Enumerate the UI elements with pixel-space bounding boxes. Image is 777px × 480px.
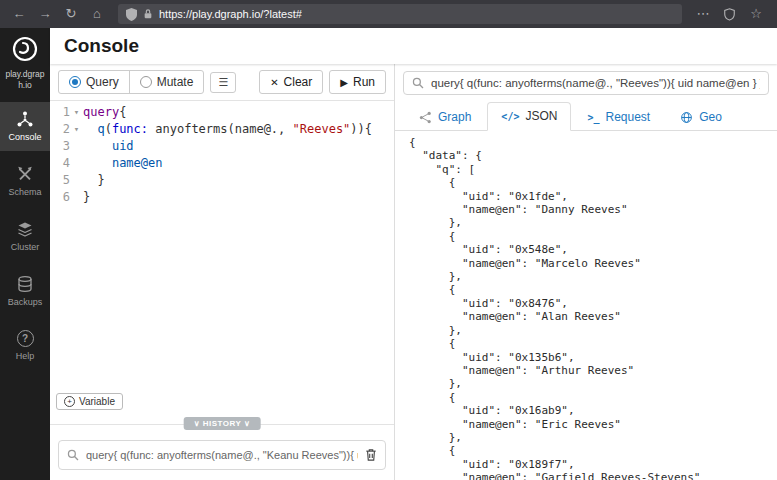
- tracking-shield-icon[interactable]: [126, 8, 137, 21]
- history-toggle[interactable]: ∨ HISTORY ∨: [184, 417, 261, 430]
- close-icon: ✕: [270, 77, 278, 88]
- forward-button[interactable]: →: [34, 4, 56, 24]
- radio-unchecked-icon: [140, 76, 152, 88]
- overflow-menu-button[interactable]: ⋯: [692, 4, 714, 24]
- terminal-icon: >_: [587, 112, 599, 123]
- back-button[interactable]: ←: [8, 4, 30, 24]
- plus-icon: +: [64, 396, 75, 407]
- code-lines: 1▾query{2▾ q(func: anyofterms(name@., "R…: [50, 104, 394, 206]
- search-icon: [67, 449, 79, 461]
- database-icon: [16, 275, 34, 293]
- search-icon: [412, 77, 424, 89]
- url-bar[interactable]: https://play.dgraph.io/?latest#: [118, 4, 682, 24]
- sidebar-item-label: Help: [16, 351, 35, 361]
- tab-request-label: Request: [605, 110, 650, 124]
- logo-hostname: play.dgraph.io: [0, 66, 50, 102]
- home-button[interactable]: ⌂: [86, 4, 108, 24]
- tab-json[interactable]: </> JSON: [487, 102, 571, 131]
- sidebar-item-cluster[interactable]: Cluster: [0, 212, 50, 261]
- fold-gutter: [70, 138, 83, 155]
- layers-icon: [16, 220, 34, 238]
- tab-graph-label: Graph: [438, 110, 471, 124]
- query-toolbar: Query Mutate ☰ ✕ Clear: [50, 64, 394, 101]
- json-result: { "data": { "q": [ { "uid": "0x1fde", "n…: [395, 131, 777, 480]
- console-graph-icon: [16, 110, 34, 128]
- query-panel: Query Mutate ☰ ✕ Clear: [50, 64, 395, 480]
- result-query-bar[interactable]: query{ q(func: anyofterms(name@., "Reeve…: [403, 71, 769, 95]
- code-line: 5 }: [50, 172, 394, 189]
- sidebar-item-help[interactable]: ? Help: [0, 322, 50, 370]
- sidebar-item-schema[interactable]: Schema: [0, 157, 50, 206]
- tab-graph[interactable]: Graph: [405, 103, 485, 131]
- result-tabs: Graph </> JSON >_ Request Geo: [395, 102, 777, 131]
- result-query-text: query{ q(func: anyofterms(name@., "Reeve…: [431, 77, 760, 89]
- url-text: https://play.dgraph.io/?latest#: [159, 8, 302, 20]
- sidebar-item-console[interactable]: Console: [0, 102, 50, 151]
- tab-query[interactable]: Query: [59, 71, 129, 93]
- trash-icon: [365, 448, 377, 462]
- help-icon: ?: [17, 330, 34, 347]
- code-line: 3 uid: [50, 138, 394, 155]
- code-line: 6}: [50, 189, 394, 206]
- hamburger-icon: ☰: [218, 76, 228, 88]
- sidebar: play.dgraph.io Console: [0, 28, 50, 480]
- bookmark-star-button[interactable]: ☆: [745, 4, 767, 24]
- reload-button[interactable]: ↻: [60, 4, 82, 24]
- delete-history-button[interactable]: [365, 448, 377, 462]
- sidebar-item-label: Schema: [8, 187, 41, 197]
- play-icon: ▶: [340, 77, 348, 88]
- fold-gutter: [70, 155, 83, 172]
- fold-gutter: [70, 172, 83, 189]
- history-section: query{ q(func: anyofterms(name@., "Keanu…: [50, 433, 394, 480]
- browser-toolbar: ← → ↻ ⌂ https://play.dgraph.io/?latest# …: [0, 0, 777, 28]
- tab-json-label: JSON: [525, 109, 557, 123]
- fold-gutter: [70, 189, 83, 206]
- tab-query-label: Query: [86, 75, 119, 89]
- sidebar-item-label: Console: [8, 132, 41, 142]
- run-button[interactable]: ▶ Run: [329, 70, 386, 94]
- editor-options-button[interactable]: ☰: [210, 72, 236, 93]
- history-divider: ∨ HISTORY ∨: [50, 416, 394, 433]
- lock-icon[interactable]: [143, 8, 153, 20]
- graph-icon: [419, 111, 432, 124]
- query-mutate-toggle: Query Mutate: [58, 70, 204, 94]
- tools-icon: [16, 165, 34, 183]
- code-icon: </>: [501, 111, 519, 122]
- tab-mutate-label: Mutate: [157, 75, 194, 89]
- history-item[interactable]: query{ q(func: anyofterms(name@., "Keanu…: [58, 440, 386, 470]
- sidebar-item-backups[interactable]: Backups: [0, 267, 50, 316]
- query-editor[interactable]: 1▾query{2▾ q(func: anyofterms(name@., "R…: [50, 101, 394, 416]
- sidebar-item-label: Backups: [8, 297, 43, 307]
- radio-checked-icon: [69, 76, 81, 88]
- add-variable-button[interactable]: + Variable: [56, 393, 123, 410]
- results-panel: query{ q(func: anyofterms(name@., "Reeve…: [395, 64, 777, 480]
- fold-arrow-icon[interactable]: ▾: [70, 104, 83, 121]
- fold-arrow-icon[interactable]: ▾: [70, 121, 83, 138]
- page-title: Console: [64, 35, 139, 57]
- code-line: 4 name@en: [50, 155, 394, 172]
- sidebar-item-label: Cluster: [11, 242, 40, 252]
- browser-actions: ⋯ ☆: [692, 4, 769, 24]
- clear-button[interactable]: ✕ Clear: [259, 70, 323, 94]
- tab-request[interactable]: >_ Request: [573, 103, 664, 131]
- shield-icon[interactable]: [724, 8, 735, 21]
- code-line: 2▾ q(func: anyofterms(name@., "Reeves"))…: [50, 121, 394, 138]
- tab-geo-label: Geo: [699, 110, 722, 124]
- page-header: Console: [50, 28, 777, 64]
- tab-geo[interactable]: Geo: [666, 103, 736, 131]
- history-item-text: query{ q(func: anyofterms(name@., "Keanu…: [86, 449, 358, 461]
- code-line: 1▾query{: [50, 104, 394, 121]
- globe-icon: [680, 111, 693, 124]
- dgraph-logo-icon: [12, 36, 38, 66]
- tab-mutate[interactable]: Mutate: [129, 71, 204, 93]
